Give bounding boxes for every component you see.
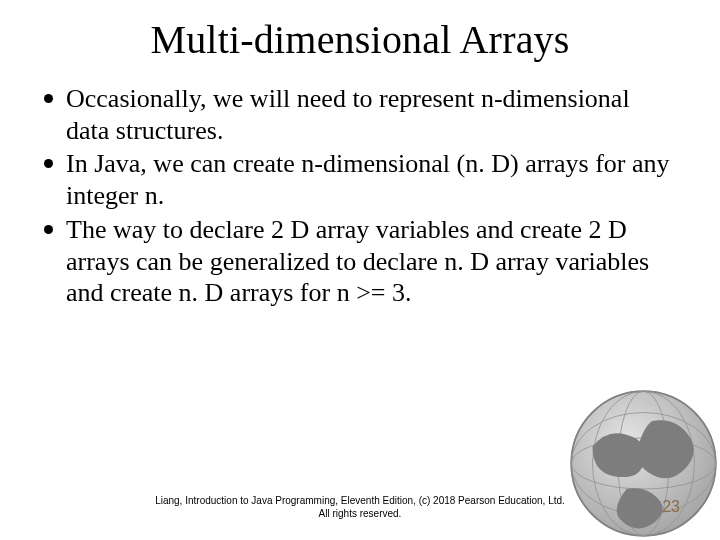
footer-line-2: All rights reserved.: [0, 508, 720, 521]
slide-title: Multi-dimensional Arrays: [44, 16, 676, 63]
footer: Liang, Introduction to Java Programming,…: [0, 495, 720, 520]
page-number: 23: [662, 498, 680, 516]
bullet-list: Occasionally, we will need to represent …: [44, 83, 676, 309]
footer-line-1: Liang, Introduction to Java Programming,…: [0, 495, 720, 508]
list-item: Occasionally, we will need to represent …: [44, 83, 676, 146]
list-item: The way to declare 2 D array variables a…: [44, 214, 676, 309]
slide: Multi-dimensional Arrays Occasionally, w…: [0, 0, 720, 540]
list-item: In Java, we can create n-dimensional (n.…: [44, 148, 676, 211]
